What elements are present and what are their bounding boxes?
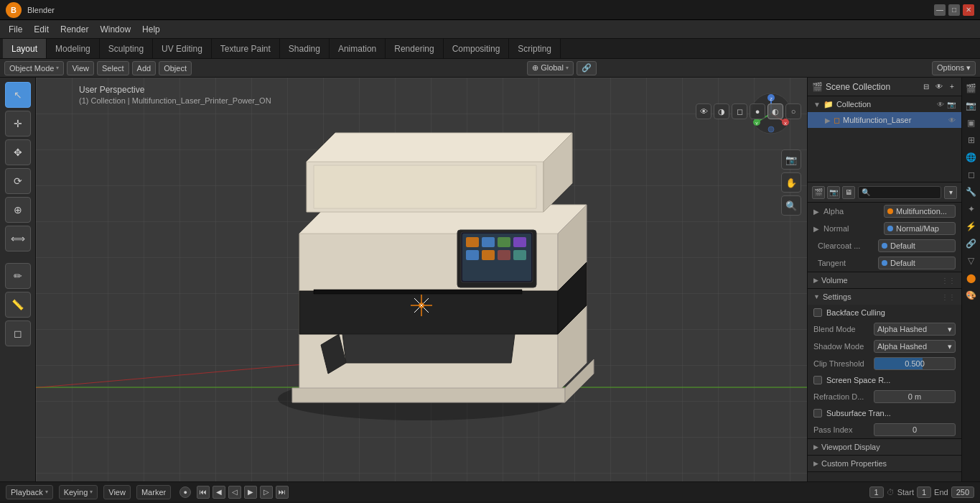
tool-scale[interactable]: ⊕ bbox=[5, 197, 31, 223]
playback-btn[interactable]: Playback ▾ bbox=[6, 485, 53, 499]
view-menu[interactable]: View bbox=[67, 61, 94, 75]
icon-modifier[interactable]: 🔧 bbox=[963, 184, 979, 200]
outliner-item-collection[interactable]: ▼ 📁 Collection 👁 📷 bbox=[808, 96, 961, 112]
tab-compositing[interactable]: Compositing bbox=[444, 39, 510, 58]
next-frame-btn[interactable]: ▷ bbox=[260, 486, 273, 499]
tool-select[interactable]: ↖ bbox=[5, 82, 31, 108]
viewport-hand-btn[interactable]: ✋ bbox=[781, 172, 801, 193]
scene-filter-btn[interactable]: ⊟ bbox=[921, 82, 931, 92]
tool-object[interactable]: ◻ bbox=[5, 320, 31, 346]
tangent-value[interactable]: Default bbox=[878, 257, 956, 269]
tool-transform[interactable]: ⟺ bbox=[5, 226, 31, 251]
jump-end-btn[interactable]: ⏭ bbox=[276, 486, 289, 499]
normal-expand[interactable]: ▶ bbox=[813, 225, 819, 233]
volume-header[interactable]: ▶ Volume ⋮⋮ bbox=[808, 272, 961, 288]
pass-index-value[interactable]: 0 bbox=[874, 423, 956, 436]
tab-sculpting[interactable]: Sculpting bbox=[100, 39, 153, 58]
scene-eye-btn[interactable]: 👁 bbox=[934, 82, 944, 92]
start-frame-field[interactable]: 1 bbox=[917, 486, 931, 498]
icon-world[interactable]: 🌐 bbox=[963, 149, 979, 165]
backface-culling-checkbox[interactable] bbox=[813, 308, 822, 317]
overlay-xray[interactable]: ◻ bbox=[732, 103, 747, 119]
collection-eye[interactable]: 👁 bbox=[937, 101, 944, 109]
frame-dot[interactable]: ● bbox=[179, 486, 191, 498]
viewport-display-header[interactable]: ▶ Viewport Display bbox=[808, 439, 961, 455]
shading-solid[interactable]: ● bbox=[750, 103, 765, 119]
overlay-shading[interactable]: ◑ bbox=[714, 103, 729, 119]
clip-threshold-value[interactable]: 0.500 bbox=[874, 357, 956, 370]
tool-move[interactable]: ✥ bbox=[5, 139, 31, 165]
shadow-mode-dropdown[interactable]: Alpha Hashed ▾ bbox=[874, 340, 956, 353]
scene-plus-btn[interactable]: + bbox=[947, 82, 957, 92]
alpha-value[interactable]: Multifunction... bbox=[884, 205, 956, 218]
settings-header[interactable]: ▼ Settings ⋮⋮ bbox=[808, 289, 961, 305]
shading-rendered[interactable]: ○ bbox=[785, 103, 801, 119]
object-menu[interactable]: Object bbox=[159, 61, 192, 75]
icon-output[interactable]: ▣ bbox=[963, 115, 979, 131]
icon-view-layer[interactable]: ⊞ bbox=[963, 132, 979, 148]
tab-animation[interactable]: Animation bbox=[330, 39, 386, 58]
icon-render[interactable]: 📷 bbox=[963, 98, 979, 114]
tab-modeling[interactable]: Modeling bbox=[47, 39, 100, 58]
collection-camera[interactable]: 📷 bbox=[947, 101, 956, 109]
marker-btn[interactable]: Marker bbox=[136, 485, 171, 499]
prop-icon-view[interactable]: 🖥 bbox=[842, 186, 855, 199]
global-dropdown[interactable]: ⊕ Global ▾ bbox=[527, 61, 574, 75]
prop-icon-render[interactable]: 📷 bbox=[827, 186, 840, 199]
icon-shading[interactable]: 🎨 bbox=[963, 287, 979, 303]
custom-properties-header[interactable]: ▶ Custom Properties bbox=[808, 456, 961, 471]
overlay-visibility[interactable]: 👁 bbox=[696, 103, 711, 119]
menu-file[interactable]: File bbox=[3, 23, 28, 36]
tool-cursor[interactable]: ✛ bbox=[5, 111, 31, 137]
icon-scene[interactable]: 🎬 bbox=[963, 80, 979, 96]
maximize-button[interactable]: □ bbox=[948, 4, 960, 16]
menu-window[interactable]: Window bbox=[94, 23, 136, 36]
refraction-value[interactable]: 0 m bbox=[874, 390, 956, 403]
tab-layout[interactable]: Layout bbox=[3, 39, 47, 58]
tab-rendering[interactable]: Rendering bbox=[386, 39, 443, 58]
tab-texture-paint[interactable]: Texture Paint bbox=[212, 39, 280, 58]
icon-data[interactable]: ▽ bbox=[963, 253, 979, 269]
properties-dropdown[interactable]: ▾ bbox=[944, 186, 957, 199]
viewport-camera-btn[interactable]: 📷 bbox=[781, 149, 801, 170]
viewport[interactable]: User Perspective (1) Collection | Multif… bbox=[36, 78, 807, 481]
clearcoat-value[interactable]: Default bbox=[878, 239, 956, 252]
menu-edit[interactable]: Edit bbox=[28, 23, 55, 36]
properties-search[interactable]: 🔍 bbox=[858, 186, 941, 199]
snap-btn[interactable]: 🔗 bbox=[577, 61, 597, 75]
play-btn[interactable]: ▶ bbox=[244, 486, 257, 499]
tool-annotate[interactable]: ✏ bbox=[5, 263, 31, 289]
end-frame-field[interactable]: 250 bbox=[951, 486, 974, 498]
normal-value[interactable]: Normal/Map bbox=[884, 222, 956, 235]
minimize-button[interactable]: — bbox=[934, 4, 946, 16]
icon-particles[interactable]: ✦ bbox=[963, 201, 979, 217]
tab-uv-editing[interactable]: UV Editing bbox=[153, 39, 212, 58]
menu-help[interactable]: Help bbox=[136, 23, 166, 36]
blend-mode-dropdown[interactable]: Alpha Hashed ▾ bbox=[874, 323, 956, 336]
outliner-item-printer[interactable]: ▶ ◻ Multifunction_Laser 👁 bbox=[808, 112, 961, 128]
tool-measure[interactable]: 📏 bbox=[5, 292, 31, 318]
prev-frame-btn[interactable]: ◀ bbox=[213, 486, 225, 499]
tool-rotate[interactable]: ⟳ bbox=[5, 168, 31, 194]
icon-physics[interactable]: ⚡ bbox=[963, 218, 979, 234]
options-btn[interactable]: Options ▾ bbox=[932, 61, 976, 75]
add-menu[interactable]: Add bbox=[132, 61, 157, 75]
screen-space-checkbox[interactable] bbox=[813, 376, 822, 384]
play-reverse-btn[interactable]: ◁ bbox=[228, 486, 241, 499]
close-button[interactable]: ✕ bbox=[963, 4, 974, 16]
icon-object[interactable]: ◻ bbox=[963, 167, 979, 183]
shading-material[interactable]: ◐ bbox=[767, 103, 783, 119]
jump-start-btn[interactable]: ⏮ bbox=[197, 486, 210, 499]
tab-scripting[interactable]: Scripting bbox=[509, 39, 561, 58]
menu-render[interactable]: Render bbox=[55, 23, 94, 36]
subsurface-checkbox[interactable] bbox=[813, 409, 822, 417]
printer-eye[interactable]: 👁 bbox=[948, 116, 956, 124]
alpha-expand[interactable]: ▶ bbox=[813, 208, 819, 216]
current-frame-field[interactable]: 1 bbox=[869, 486, 884, 498]
icon-material[interactable]: ⬤ bbox=[963, 270, 979, 286]
icon-constraints[interactable]: 🔗 bbox=[963, 236, 979, 251]
keying-btn[interactable]: Keying ▾ bbox=[59, 485, 98, 499]
viewport-zoom-btn[interactable]: 🔍 bbox=[781, 195, 801, 216]
tab-shading[interactable]: Shading bbox=[280, 39, 330, 58]
timeline-view-btn[interactable]: View bbox=[103, 485, 131, 499]
